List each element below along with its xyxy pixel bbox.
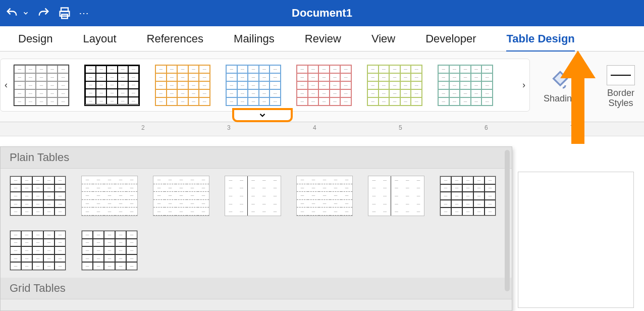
table-style-grid-orange[interactable]: ––––––––––––––––––––––––––––––––––––––––… <box>155 65 210 106</box>
shading-label: Shading <box>544 93 577 104</box>
tab-references[interactable]: References <box>147 27 204 50</box>
border-styles-command[interactable]: Border Styles ▾ <box>601 51 641 122</box>
document-title: Document1 <box>292 7 352 20</box>
table-style-plain-black-bold[interactable]: ––––––––––––––––––––––––––––––––––––––––… <box>84 65 140 106</box>
ruler-mark: 2 <box>141 124 145 131</box>
table-style-plain-7[interactable]: ––––––––––––––––––––––––––––––––––––––––… <box>440 176 496 216</box>
table-style-plain-8[interactable]: ––––––––––––––––––––––––––––––––––––––––… <box>10 230 66 271</box>
tab-view[interactable]: View <box>371 27 395 50</box>
table-style-plain-black-outline[interactable]: ––––––––––––––––––––––––––––––––––––––––… <box>14 65 69 106</box>
tab-mailings[interactable]: Mailings <box>234 27 275 50</box>
table-style-plain-9[interactable]: ––––––––––––––––––––––––––––––––––––––––… <box>81 230 138 271</box>
tab-developer[interactable]: Developer <box>425 27 476 50</box>
undo-button[interactable] <box>5 6 19 20</box>
table-style-plain-5[interactable]: ––––––––––––––––––––––––––––––––––––––––… <box>296 176 353 216</box>
tab-review[interactable]: Review <box>305 27 341 50</box>
tab-design[interactable]: Design <box>18 27 52 50</box>
shading-command[interactable]: Shading <box>535 51 585 122</box>
ribbon-tabs: Design Layout References Mailings Review… <box>0 26 644 51</box>
dropdown-scrollbar[interactable] <box>505 150 510 291</box>
undo-dropdown-icon[interactable] <box>22 10 29 17</box>
table-style-plain-3[interactable]: ––––––––––––––––––––––––––––––––––––––––… <box>153 176 209 216</box>
table-style-plain-6[interactable]: ––––––––––––––––––––––––––––––––––––––––… <box>368 176 424 216</box>
more-commands-icon[interactable]: ⋯ <box>79 7 90 19</box>
ruler-mark: 7 <box>570 124 574 131</box>
title-bar: ⋯ Document1 <box>0 0 644 26</box>
dropdown-section-plain: Plain Tables <box>1 147 512 169</box>
gallery-expand-button[interactable] <box>232 108 293 122</box>
ruler-mark: 6 <box>485 124 488 131</box>
table-styles-dropdown: Plain Tables –––––––––––––––––––––––––––… <box>0 146 512 311</box>
table-style-plain-2[interactable]: ––––––––––––––––––––––––––––––––––––––––… <box>81 176 138 216</box>
ruler-mark: 5 <box>399 124 402 131</box>
table-style-plain-4[interactable]: ––––––––––––––––––––––––––––––––––––––––… <box>225 176 281 216</box>
print-button[interactable] <box>58 6 72 20</box>
ruler-mark: 3 <box>227 124 231 131</box>
dropdown-section-grid: Grid Tables <box>1 278 512 299</box>
border-styles-label: Border Styles <box>607 88 634 109</box>
ruler-mark: 4 <box>313 124 316 131</box>
document-page <box>518 172 634 308</box>
ribbon-content: ‹ ––––––––––––––––––––––––––––––––––––––… <box>0 51 644 122</box>
table-style-grid-blue[interactable]: ––––––––––––––––––––––––––––––––––––––––… <box>226 65 281 106</box>
table-style-grid-teal[interactable]: ––––––––––––––––––––––––––––––––––––––––… <box>438 65 493 106</box>
table-style-grid-red[interactable]: ––––––––––––––––––––––––––––––––––––––––… <box>296 65 352 106</box>
redo-button[interactable] <box>36 6 50 20</box>
gallery-scroll-left[interactable]: ‹ <box>1 80 12 90</box>
gallery-scroll-right[interactable]: › <box>518 80 529 90</box>
table-styles-gallery: ‹ ––––––––––––––––––––––––––––––––––––––… <box>0 59 530 112</box>
horizontal-ruler: 234567 <box>0 122 644 136</box>
tab-table-design[interactable]: Table Design <box>506 27 574 53</box>
table-style-grid-olive[interactable]: ––––––––––––––––––––––––––––––––––––––––… <box>367 65 422 106</box>
tab-layout[interactable]: Layout <box>83 27 116 50</box>
table-style-plain-1[interactable]: ––––––––––––––––––––––––––––––––––––––––… <box>10 176 66 216</box>
